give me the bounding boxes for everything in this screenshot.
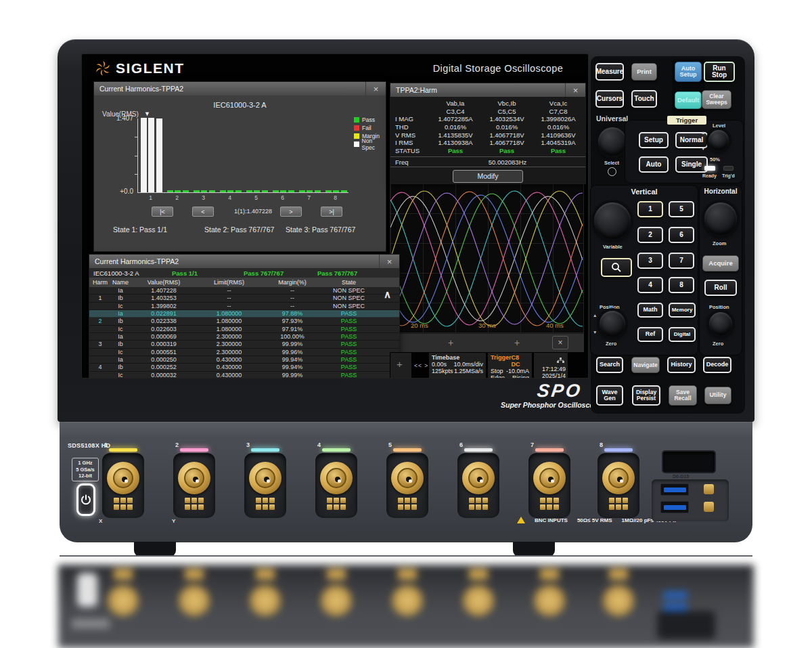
vertical-position-knob[interactable]	[600, 311, 625, 337]
scroll-up-icon[interactable]: ∧	[384, 288, 391, 301]
utility-button[interactable]: Utility	[704, 387, 731, 404]
cursor-marker-icon[interactable]: ▼	[144, 110, 150, 117]
search-button[interactable]: Search	[596, 357, 623, 373]
table-row[interactable]: Ia0.0228911.08000097.88%PASS	[89, 310, 399, 318]
trigger-level-knob[interactable]	[708, 130, 729, 150]
bnc-pin	[480, 479, 483, 483]
save-recall-button[interactable]: Save Recall	[669, 385, 697, 406]
horizontal-zero-label: Zero	[713, 341, 723, 347]
clear-sweeps-button[interactable]: Clear Sweeps	[702, 90, 731, 109]
channel-5-button[interactable]: 5	[669, 201, 694, 217]
window-titlebar[interactable]: Current Harmonics-TPPA2 ×	[89, 255, 399, 268]
table-row[interactable]: Ic1.399802----NON SPEC	[89, 303, 399, 310]
add-icon[interactable]: +	[514, 337, 520, 348]
bnc-connector-channel-8[interactable]	[602, 462, 635, 494]
probe-pin	[554, 504, 559, 510]
bnc-connector-channel-4[interactable]	[320, 462, 353, 494]
channel-number: 6	[459, 441, 463, 448]
table-row[interactable]: Ic0.0000320.43000099.99%PASS	[89, 372, 399, 379]
reflection-bnc	[321, 585, 352, 616]
graticule-thumbnail[interactable]: +	[390, 352, 412, 379]
zoom-search-button[interactable]	[601, 258, 632, 277]
vertical-scale-knob[interactable]	[594, 202, 631, 239]
table-row[interactable]: Ic0.0005512.30000099.96%PASS	[89, 349, 399, 356]
ground-pin[interactable]	[704, 502, 714, 512]
bnc-connector-channel-2[interactable]	[178, 462, 210, 494]
channel-7-button[interactable]: 7	[669, 253, 694, 269]
probe-pin	[540, 504, 545, 510]
bnc-ring	[468, 468, 489, 488]
table-row[interactable]: Ia1.407228----NON SPEC	[89, 287, 399, 295]
table-row[interactable]: 1Ib1.403253----NON SPEC	[89, 295, 399, 302]
acquire-button[interactable]: Acquire	[702, 255, 739, 272]
default-button[interactable]: Default	[675, 91, 702, 109]
usb-port-2[interactable]	[660, 501, 689, 513]
measure-button[interactable]: Measure	[595, 63, 624, 81]
navigate-button[interactable]: Navigate	[631, 357, 660, 373]
print-button[interactable]: Print	[631, 63, 657, 81]
decode-button[interactable]: Decode	[703, 357, 731, 373]
bnc-connector-channel-3[interactable]	[249, 462, 281, 494]
modify-button[interactable]: Modify	[453, 170, 523, 183]
timebase-panel[interactable]: Timebase 0.00s10.0ms/div 125kpts1.25MSa/…	[428, 352, 487, 379]
reflection-port-blur	[657, 611, 715, 639]
roll-button[interactable]: Roll	[704, 280, 737, 296]
table-cell: 4	[89, 364, 111, 370]
horizontal-scale-knob[interactable]	[704, 202, 737, 235]
prev-button[interactable]: <	[192, 207, 214, 217]
auto-setup-button[interactable]: Auto Setup	[675, 62, 702, 82]
window-titlebar[interactable]: Current Harmonics-TPPA2 ×	[94, 82, 386, 95]
touch-button[interactable]: Touch	[631, 90, 657, 108]
channel-6-button[interactable]: 6	[669, 227, 694, 243]
first-button[interactable]: |<	[152, 207, 173, 217]
table-cell: NON SPEC	[324, 287, 374, 294]
table-row[interactable]: Ia0.0002500.43000099.94%PASS	[89, 356, 399, 364]
channel-2-button[interactable]: 2	[637, 227, 663, 243]
bnc-connector-channel-7[interactable]	[533, 462, 566, 494]
cursors-button[interactable]: Cursors	[595, 90, 624, 108]
channel-4-button[interactable]: 4	[637, 277, 663, 293]
window-titlebar[interactable]: TPPA2:Harm ×	[390, 83, 585, 97]
harmonic-bar	[148, 118, 154, 192]
waveform-display[interactable]: 20 ms 30 ms 40 ms	[390, 183, 584, 333]
digital-button[interactable]: Digital	[669, 327, 696, 342]
table-row[interactable]: 3Ib0.0003192.30000099.99%PASS	[89, 341, 399, 348]
horizontal-position-knob[interactable]	[709, 312, 732, 335]
bnc-connector-channel-6[interactable]	[462, 462, 495, 494]
trigger-auto-button[interactable]: Auto	[639, 156, 669, 173]
last-button[interactable]: >|	[321, 207, 342, 217]
add-icon[interactable]: +	[448, 337, 453, 348]
table-row[interactable]: 2Ib0.0223381.08000097.93%PASS	[89, 318, 399, 325]
harmonic-bar	[220, 190, 226, 192]
universal-knob[interactable]	[598, 127, 627, 156]
table-cell: 2.300000	[198, 333, 261, 340]
channel-3-button[interactable]: 3	[637, 253, 663, 269]
close-icon[interactable]: ×	[552, 336, 568, 349]
wave-gen-button[interactable]: Wave Gen	[596, 385, 623, 406]
table-row[interactable]: Ic0.0226031.08000097.91%PASS	[89, 326, 399, 333]
next-button[interactable]: >	[280, 207, 302, 217]
bnc-connector-channel-1[interactable]	[107, 462, 139, 494]
math-button[interactable]: Math	[637, 303, 663, 318]
probe-pin	[482, 504, 488, 510]
trigger-setup-button[interactable]: Setup	[639, 132, 669, 148]
table-row[interactable]: Ia0.0000692.300000100.00%PASS	[89, 333, 399, 341]
power-button[interactable]	[76, 483, 95, 516]
display-persist-button[interactable]: Display Persist	[632, 385, 660, 406]
channel-8-button[interactable]: 8	[669, 277, 694, 293]
trigger-single-button[interactable]: Single	[675, 156, 708, 173]
ref-button[interactable]: Ref	[637, 327, 663, 342]
digital-probe-port[interactable]	[662, 450, 716, 473]
history-button[interactable]: History	[667, 357, 696, 373]
usb-port-1[interactable]	[660, 483, 689, 496]
run-stop-button[interactable]: Run Stop	[704, 62, 735, 82]
close-icon[interactable]: ×	[365, 82, 386, 95]
trigger-panel[interactable]: TriggerC8 DC Stop-10.0mA EdgeRising	[487, 352, 533, 379]
bnc-connector-channel-5[interactable]	[391, 462, 424, 494]
channel-1-button[interactable]: 1	[637, 201, 663, 217]
memory-button[interactable]: Memory	[669, 303, 696, 318]
table-row[interactable]: 4Ib0.0002520.43000099.94%PASS	[89, 364, 399, 371]
close-icon[interactable]: ×	[379, 255, 399, 268]
cal-output-pin[interactable]	[704, 484, 714, 494]
close-icon[interactable]: ×	[565, 83, 585, 97]
